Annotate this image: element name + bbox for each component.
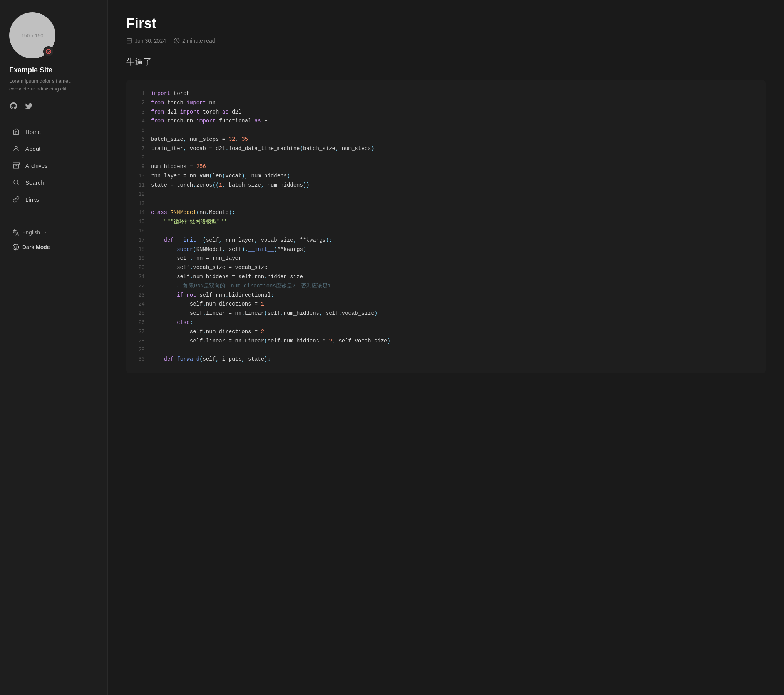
social-icons	[9, 102, 98, 111]
nav-item-links[interactable]: Links	[9, 191, 98, 208]
code-line: 20 self.vocab_size = vocab_size	[136, 263, 756, 272]
post-title: First	[126, 15, 766, 32]
sidebar: 150 x 150 Example Site Lorem ipsum dolor…	[0, 0, 108, 695]
code-line: 8	[136, 154, 756, 163]
code-line: 12	[136, 190, 756, 199]
code-line: 26 else:	[136, 318, 756, 327]
code-line: 2from torch import nn	[136, 99, 756, 108]
spiral-icon	[45, 48, 52, 55]
nav-label-links: Links	[25, 196, 39, 203]
dark-mode-toggle[interactable]: Dark Mode	[9, 240, 98, 254]
svg-point-6	[13, 244, 19, 250]
post-date-item: Jun 30, 2024	[126, 38, 166, 44]
chevron-down-icon	[43, 230, 48, 235]
nav-item-home[interactable]: Home	[9, 123, 98, 140]
code-line: 17 def __init__(self, rnn_layer, vocab_s…	[136, 236, 756, 245]
nav-label-search: Search	[25, 179, 44, 186]
code-line: 11state = torch.zeros((1, batch_size, nu…	[136, 181, 756, 190]
nav-item-about[interactable]: About	[9, 140, 98, 157]
main-content: First Jun 30, 2024 2 minute read 牛逼了 1im…	[108, 0, 784, 695]
code-line: 27 self.num_directions = 2	[136, 327, 756, 337]
nav-label-about: About	[25, 145, 40, 152]
home-icon	[12, 128, 20, 135]
twitter-icon[interactable]	[25, 102, 34, 111]
sidebar-bottom: English Dark Mode	[9, 217, 98, 254]
code-line: 9num_hiddens = 256	[136, 162, 756, 172]
post-readtime-item: 2 minute read	[174, 38, 215, 44]
moon-icon	[12, 244, 19, 251]
code-line: 22 # 如果RNN是双向的，num_directions应该是2，否则应该是1	[136, 282, 756, 291]
avatar-label: 150 x 150	[21, 33, 43, 38]
nav-label-archives: Archives	[25, 162, 48, 169]
code-line: 29	[136, 346, 756, 355]
language-label: English	[22, 229, 40, 236]
language-selector[interactable]: English	[9, 225, 98, 240]
link-icon	[12, 195, 20, 203]
dark-mode-label: Dark Mode	[22, 244, 50, 250]
translate-icon	[12, 229, 19, 236]
post-meta: Jun 30, 2024 2 minute read	[126, 38, 766, 44]
nav: Home About	[9, 123, 98, 208]
code-line: 1import torch	[136, 89, 756, 99]
code-line: 16	[136, 227, 756, 236]
person-icon	[12, 145, 20, 152]
site-description: Lorem ipsum dolor sit amet, consectetur …	[9, 77, 98, 92]
code-line: 23 if not self.rnn.bidirectional:	[136, 291, 756, 300]
search-icon	[12, 179, 20, 186]
archive-icon	[12, 162, 20, 169]
avatar-wrap: 150 x 150	[9, 12, 55, 58]
nav-label-home: Home	[25, 129, 41, 135]
post-excerpt: 牛逼了	[126, 56, 766, 68]
calendar-icon	[126, 38, 132, 44]
svg-point-0	[46, 49, 51, 54]
svg-point-1	[15, 146, 17, 149]
code-line: 3from d2l import torch as d2l	[136, 108, 756, 117]
code-line: 21 self.num_hiddens = self.rnn.hidden_si…	[136, 272, 756, 282]
avatar-badge	[43, 46, 54, 57]
post-date: Jun 30, 2024	[135, 38, 166, 44]
nav-list: Home About	[9, 123, 98, 208]
nav-item-search[interactable]: Search	[9, 174, 98, 191]
github-icon[interactable]	[9, 102, 18, 111]
svg-line-5	[17, 184, 18, 185]
code-line: 25 self.linear = nn.Linear(self.num_hidd…	[136, 309, 756, 318]
code-line: 14class RNNModel(nn.Module):	[136, 208, 756, 217]
code-line: 28 self.linear = nn.Linear(self.num_hidd…	[136, 337, 756, 346]
code-line: 5	[136, 126, 756, 135]
code-line: 4from torch.nn import functional as F	[136, 117, 756, 126]
site-title: Example Site	[9, 66, 98, 74]
nav-item-archives[interactable]: Archives	[9, 157, 98, 174]
code-block: 1import torch 2from torch import nn 3fro…	[126, 80, 766, 373]
svg-rect-2	[13, 163, 20, 164]
code-line: 13	[136, 199, 756, 209]
code-line: 19 self.rnn = rnn_layer	[136, 254, 756, 263]
code-line: 18 super(RNNModel, self).__init__(**kwar…	[136, 245, 756, 254]
code-line: 10rnn_layer = nn.RNN(len(vocab), num_hid…	[136, 172, 756, 181]
code-line: 15 """循环神经网络模型"""	[136, 217, 756, 227]
post-read-time: 2 minute read	[182, 38, 215, 44]
svg-point-4	[14, 180, 18, 184]
code-line: 24 self.num_directions = 1	[136, 300, 756, 309]
code-line: 6batch_size, num_steps = 32, 35	[136, 135, 756, 144]
svg-rect-11	[127, 39, 132, 43]
clock-icon	[174, 38, 180, 44]
code-line: 7train_iter, vocab = d2l.load_data_time_…	[136, 144, 756, 154]
code-line: 30 def forward(self, inputs, state):	[136, 355, 756, 364]
